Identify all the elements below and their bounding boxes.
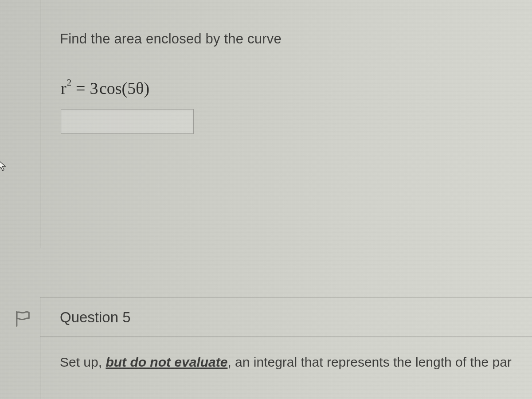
question5-prompt: Set up, but do not evaluate, an integral… [60,355,512,369]
question4-card: Find the area enclosed by the curve r2=3… [40,0,532,248]
left-gutter [0,0,40,399]
eq-equals: = [76,79,85,98]
question4-body: Find the area enclosed by the curve r2=3… [60,13,532,134]
question5-title: Question 5 [60,309,131,326]
quiz-page: Find the area enclosed by the curve r2=3… [0,0,532,399]
q5-text-after: , an integral that represents the length… [227,355,511,369]
question5-body: Set up, but do not evaluate, an integral… [40,337,532,370]
eq-rhs-arg-var: θ [136,79,144,98]
eq-rhs-coef: 3 [90,79,98,98]
q5-text-before: Set up, [60,355,106,369]
q5-text-emph: but do not evaluate [106,355,227,369]
question4-answer-input[interactable] [61,109,194,134]
eq-lhs-base: r [61,79,66,98]
question5-card: Question 5 Set up, but do not evaluate, … [40,297,532,399]
cursor-icon [0,160,7,172]
eq-rhs-arg-coef: 5 [127,79,136,98]
eq-rhs-func: cos [99,79,122,98]
question5-header: Question 5 [40,297,532,337]
question4-equation: r2=3 cos(5θ) [61,78,532,97]
eq-lhs-exp: 2 [67,77,71,88]
flag-outline-icon[interactable] [12,309,32,328]
question4-prompt: Find the area enclosed by the curve [60,31,532,47]
question4-header-divider [40,9,532,9]
